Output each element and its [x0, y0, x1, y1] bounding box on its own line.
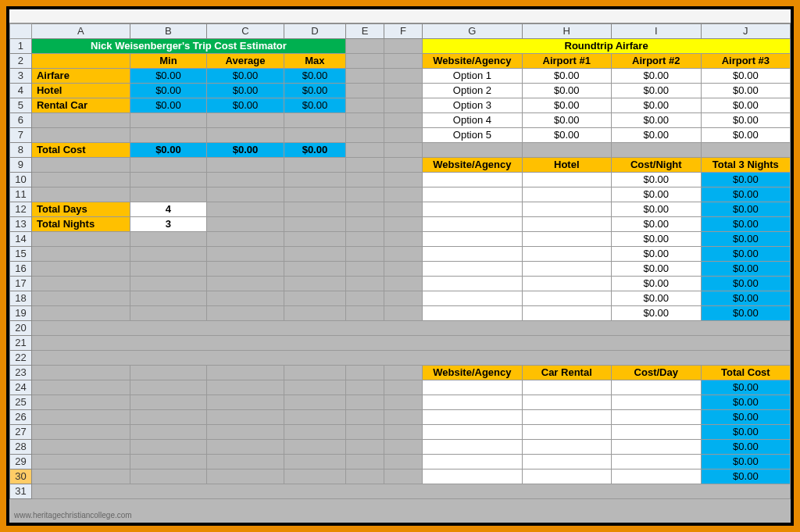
row-header-16[interactable]: 16	[10, 262, 32, 277]
row-header-24[interactable]: 24	[10, 380, 32, 395]
row-header-13[interactable]: 13	[10, 217, 32, 232]
hotel-site[interactable]	[423, 173, 523, 187]
hdr-airport2[interactable]: Airport #2	[611, 54, 701, 69]
hotel-total[interactable]: $0.00	[701, 173, 790, 187]
hdr-total-3-nights[interactable]: Total 3 Nights	[701, 158, 790, 173]
row-header-27[interactable]: 27	[10, 425, 32, 440]
row-header-14[interactable]: 14	[10, 232, 32, 247]
hdr-max[interactable]: Max	[284, 54, 345, 69]
hdr-airport1[interactable]: Airport #1	[522, 54, 611, 69]
row-header-9[interactable]: 9	[10, 158, 32, 173]
title-roundtrip-airfare[interactable]: Roundtrip Airfare	[423, 39, 791, 54]
row-header-1[interactable]: 1	[10, 39, 32, 54]
row-header-15[interactable]: 15	[10, 247, 32, 262]
col-header-I[interactable]: I	[611, 24, 701, 39]
hdr-average[interactable]: Average	[207, 54, 284, 69]
value-total-nights[interactable]: 3	[130, 217, 206, 232]
hdr-hotel[interactable]: Hotel	[522, 158, 611, 173]
col-header-B[interactable]: B	[130, 24, 206, 39]
cell[interactable]: $0.00	[522, 69, 611, 84]
airfare-option3[interactable]: Option 3	[423, 98, 523, 113]
airfare-option4[interactable]: Option 4	[423, 113, 523, 128]
row-header-31[interactable]: 31	[10, 484, 32, 499]
car-site[interactable]	[423, 380, 523, 395]
watermark-text: www.heritagechristiancollege.com	[14, 511, 132, 520]
hdr-car-total[interactable]: Total Cost	[701, 366, 790, 380]
label-hotel[interactable]: Hotel	[31, 84, 130, 98]
app-frame: A B C D E F G H I J 1 Nick Weisenberger'…	[0, 0, 800, 532]
hdr-min[interactable]: Min	[130, 54, 206, 69]
col-header-F[interactable]: F	[384, 24, 423, 39]
airfare-option1[interactable]: Option 1	[423, 69, 523, 84]
formula-bar[interactable]	[9, 9, 791, 23]
spreadsheet-grid[interactable]: A B C D E F G H I J 1 Nick Weisenberger'…	[9, 23, 791, 499]
col-header-H[interactable]: H	[522, 24, 611, 39]
row-header-8[interactable]: 8	[10, 143, 32, 158]
airfare-option5[interactable]: Option 5	[423, 128, 523, 143]
row-header-4[interactable]: 4	[10, 84, 32, 98]
cell[interactable]	[384, 39, 423, 54]
airfare-option2[interactable]: Option 2	[423, 84, 523, 98]
row-header-2[interactable]: 2	[10, 54, 32, 69]
airfare-max[interactable]: $0.00	[284, 69, 345, 84]
row-header-11[interactable]: 11	[10, 187, 32, 202]
spreadsheet-viewport[interactable]: A B C D E F G H I J 1 Nick Weisenberger'…	[9, 9, 791, 523]
row-header-19[interactable]: 19	[10, 306, 32, 321]
total-max[interactable]: $0.00	[284, 143, 345, 158]
row-header-10[interactable]: 10	[10, 173, 32, 187]
value-total-days[interactable]: 4	[130, 202, 206, 217]
label-total-days[interactable]: Total Days	[31, 202, 130, 217]
total-avg[interactable]: $0.00	[207, 143, 284, 158]
row-header-28[interactable]: 28	[10, 440, 32, 455]
label-airfare[interactable]: Airfare	[31, 69, 130, 84]
label-rentalcar[interactable]: Rental Car	[31, 98, 130, 113]
row-header-6[interactable]: 6	[10, 113, 32, 128]
hdr-cost-night[interactable]: Cost/Night	[611, 158, 701, 173]
car-total[interactable]: $0.00	[701, 380, 790, 395]
row-header-22[interactable]: 22	[10, 351, 32, 366]
hdr-airport3[interactable]: Airport #3	[701, 54, 790, 69]
label-total-nights[interactable]: Total Nights	[31, 217, 130, 232]
row-header-29[interactable]: 29	[10, 455, 32, 470]
hdr-website-agency[interactable]: Website/Agency	[423, 54, 523, 69]
col-header-G[interactable]: G	[423, 24, 523, 39]
select-all-corner[interactable]	[10, 24, 32, 39]
car-cost[interactable]	[611, 380, 701, 395]
col-header-D[interactable]: D	[284, 24, 345, 39]
cell[interactable]: $0.00	[701, 69, 790, 84]
row-header-21[interactable]: 21	[10, 336, 32, 351]
col-header-E[interactable]: E	[345, 24, 384, 39]
cell[interactable]	[345, 39, 384, 54]
col-header-J[interactable]: J	[701, 24, 790, 39]
car-rental[interactable]	[522, 380, 611, 395]
row-header-5[interactable]: 5	[10, 98, 32, 113]
inner-frame: A B C D E F G H I J 1 Nick Weisenberger'…	[6, 6, 794, 526]
hdr-car-rental[interactable]: Car Rental	[522, 366, 611, 380]
col-header-C[interactable]: C	[207, 24, 284, 39]
row-header-17[interactable]: 17	[10, 277, 32, 291]
row-header-26[interactable]: 26	[10, 410, 32, 425]
hdr-hotel-site[interactable]: Website/Agency	[423, 158, 523, 173]
airfare-min[interactable]: $0.00	[130, 69, 206, 84]
hdr-car-site[interactable]: Website/Agency	[423, 366, 523, 380]
row-header-25[interactable]: 25	[10, 395, 32, 410]
row-header-3[interactable]: 3	[10, 69, 32, 84]
row-header-23[interactable]: 23	[10, 366, 32, 380]
col-header-A[interactable]: A	[31, 24, 130, 39]
row-header-12[interactable]: 12	[10, 202, 32, 217]
hotel-name[interactable]	[522, 173, 611, 187]
hdr-cost-day[interactable]: Cost/Day	[611, 366, 701, 380]
row-header-30[interactable]: 30	[10, 470, 32, 484]
row-header-18[interactable]: 18	[10, 291, 32, 306]
row-header-20[interactable]: 20	[10, 321, 32, 336]
hotel-cost[interactable]: $0.00	[611, 173, 701, 187]
airfare-avg[interactable]: $0.00	[207, 69, 284, 84]
title-trip-cost-estimator[interactable]: Nick Weisenberger's Trip Cost Estimator	[31, 39, 345, 54]
row-header-7[interactable]: 7	[10, 128, 32, 143]
cell[interactable]: $0.00	[611, 69, 701, 84]
total-min[interactable]: $0.00	[130, 143, 206, 158]
label-total-cost[interactable]: Total Cost	[31, 143, 130, 158]
